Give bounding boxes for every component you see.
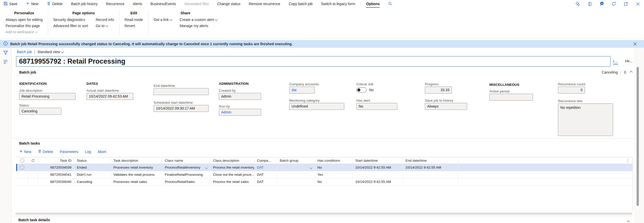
filter-funnel-icon[interactable] — [273, 159, 276, 162]
collapse-section-icon[interactable] — [630, 71, 632, 74]
save-button[interactable]: Save — [4, 0, 17, 8]
job-description-field[interactable]: Retail Processing — [19, 93, 76, 100]
cell-task-id: 68720034040 — [38, 178, 74, 185]
cell-task-description: Processes retail inventory — [111, 164, 162, 171]
tasks-delete-button[interactable]: Delete — [38, 149, 53, 154]
status-field[interactable]: Canceling — [19, 108, 61, 115]
copy-batch-job-button[interactable]: Copy batch job — [289, 0, 313, 8]
always-open-for-editing-button[interactable]: Always open for editing — [6, 17, 43, 22]
grid-refresh-icon[interactable] — [28, 157, 38, 164]
ribbon-separator — [48, 10, 48, 35]
column-header-class-description[interactable]: Class description — [210, 157, 254, 164]
view-selector[interactable]: Standard view — [37, 50, 63, 54]
ribbon-group-page-options: Page options Security diagnostics Advanc… — [53, 8, 114, 28]
attachment-count[interactable]: 0 — [624, 70, 626, 74]
run-by-field[interactable]: Admin — [219, 109, 261, 116]
revert-button[interactable]: Revert — [125, 24, 143, 28]
recurrence-text-field[interactable]: No repetition — [558, 103, 613, 136]
notifications-icon[interactable]: 0 — [599, 1, 604, 7]
column-header-end-datetime[interactable]: End date/time — [403, 157, 458, 164]
horizontal-scrollbar[interactable] — [15, 213, 632, 215]
go-to-button[interactable]: Go to — [96, 24, 114, 28]
record-info-button[interactable]: Record info — [96, 17, 114, 22]
column-header-status[interactable]: Status — [74, 157, 111, 164]
search-button[interactable] — [388, 0, 392, 8]
cell-batch-group[interactable] — [277, 164, 315, 171]
tasks-new-button[interactable]: New — [19, 149, 31, 154]
task-recorder-icon[interactable] — [575, 1, 580, 7]
active-period-field[interactable] — [489, 94, 533, 101]
read-mode-button[interactable]: Read mode — [125, 17, 143, 22]
nav-menu-icon[interactable] — [3, 60, 8, 65]
monitoring-category-field[interactable]: Undefined — [289, 103, 344, 110]
breadcrumb: Batch job | Standard view — [17, 50, 63, 54]
column-header-class-name[interactable]: Class name — [162, 157, 210, 164]
close-icon[interactable] — [635, 1, 640, 7]
recurrence-button[interactable]: Recurrence — [106, 0, 124, 8]
security-diagnostics-button[interactable]: Security diagnostics — [53, 17, 88, 22]
job-title-field[interactable]: 68719955792 : Retail Processing — [16, 56, 610, 67]
table-row[interactable]: 68720034040 Canceling Processes retail s… — [16, 178, 632, 185]
chevron-down-icon — [309, 166, 312, 169]
vertical-scrollbar[interactable] — [637, 67, 639, 206]
office-apps-icon[interactable] — [587, 1, 592, 7]
cell-class-description: Process the retail sales — [210, 178, 254, 185]
manage-my-alerts-button[interactable]: Manage my alerts — [180, 24, 217, 28]
actual-start-field[interactable]: 10/14/2022 09:42:53 AM — [87, 93, 133, 100]
column-header-batch-group[interactable]: Batch group — [277, 157, 315, 164]
created-by-field[interactable]: Admin — [219, 93, 261, 100]
collapse-section-icon[interactable] — [626, 219, 629, 223]
cell-company-link[interactable]: DAT — [254, 164, 277, 171]
progress-field[interactable]: 33.33 — [425, 87, 452, 93]
chevron-down-icon — [105, 24, 108, 27]
remove-recurrence-button[interactable]: Remove recurrence — [249, 0, 280, 8]
popout-icon[interactable] — [623, 1, 628, 7]
end-datetime-field[interactable] — [154, 88, 209, 95]
message-close-icon[interactable] — [633, 40, 637, 48]
grid-more-options[interactable]: ⋮ — [458, 157, 632, 164]
scheduled-start-field[interactable]: 10/14/2022 09:30:17 AM — [154, 105, 209, 112]
personalize-this-page-button[interactable]: Personalize this page — [6, 24, 43, 28]
table-row[interactable]: 68720034039 Ended Processes retail inven… — [16, 164, 632, 171]
row-radio[interactable] — [16, 164, 28, 171]
change-status-button[interactable]: Change status — [217, 0, 240, 8]
column-header-start-datetime[interactable]: Start date/time — [353, 157, 403, 164]
new-button[interactable]: New — [26, 0, 38, 8]
tasks-parameters-button[interactable]: Parameters — [60, 150, 78, 154]
section-divider — [11, 138, 634, 139]
recurrence-count-field[interactable]: 0 — [558, 87, 585, 93]
refresh-icon[interactable] — [611, 1, 616, 7]
chevron-down-icon — [215, 18, 218, 21]
table-row[interactable]: 68720034041 Didn't run Validates the ret… — [16, 171, 632, 178]
advanced-filter-or-sort-button[interactable]: Advanced filter or sort — [53, 24, 88, 28]
filter-icon[interactable] — [3, 50, 8, 56]
tab-lines[interactable]: L... — [613, 59, 618, 64]
get-a-link-button[interactable]: Get a link — [154, 17, 172, 22]
batch-job-history-button[interactable]: Batch job history — [71, 0, 98, 8]
tasks-abort-button[interactable]: Abort — [98, 150, 106, 154]
select-all-radio[interactable] — [16, 157, 28, 164]
cell-batch-group — [277, 171, 315, 178]
cell-class-name[interactable]: ProcessRetailInventory — [162, 164, 210, 171]
tasks-log-button[interactable]: Log — [85, 150, 91, 154]
column-header-task-description[interactable]: Task description — [111, 157, 162, 164]
critical-job-toggle[interactable] — [356, 87, 367, 92]
radio-icon — [20, 158, 24, 163]
alerts-button[interactable]: Alerts — [133, 0, 142, 8]
company-accounts-field[interactable]: dat — [289, 87, 315, 93]
breadcrumb-batch-job-link[interactable]: Batch job — [17, 50, 32, 54]
switch-to-legacy-form-button[interactable]: Switch to legacy form — [321, 0, 355, 8]
create-custom-alert-button[interactable]: Create a custom alert — [180, 17, 217, 22]
tab-header[interactable]: He... — [625, 59, 633, 64]
notification-message-bar: Batch job Retail Processing successfully… — [0, 40, 644, 48]
cell-batch-group — [277, 178, 315, 185]
delete-button[interactable]: Delete — [47, 0, 62, 8]
column-header-has-conditions[interactable]: Has conditions — [315, 157, 353, 164]
business-events-button[interactable]: BusinessEvents — [151, 0, 176, 8]
left-action-rail — [0, 48, 12, 223]
has-alert-field[interactable]: No — [356, 103, 397, 110]
tab-options[interactable]: Options — [366, 0, 380, 8]
column-header-company[interactable]: Compa... — [254, 157, 277, 164]
save-job-to-history-field[interactable]: Always — [425, 103, 467, 110]
column-header-task-id[interactable]: Task ID — [38, 157, 74, 164]
